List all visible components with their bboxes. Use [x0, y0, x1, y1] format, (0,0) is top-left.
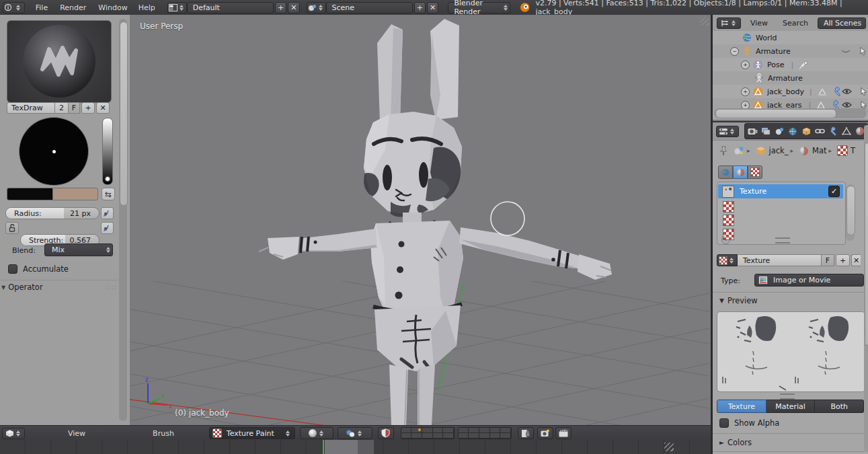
layers-group-1[interactable]: [401, 427, 455, 439]
layers-group-2[interactable]: [458, 427, 512, 439]
blend-mode-select[interactable]: Mix: [44, 243, 113, 256]
texture-list-scrollbar[interactable]: [846, 184, 855, 241]
outliner-filter-select[interactable]: All Scenes: [818, 17, 866, 29]
eye-icon[interactable]: [842, 102, 852, 108]
playhead-marker[interactable]: [323, 440, 324, 454]
add-scene-button[interactable]: +: [414, 2, 426, 13]
browse-texture-button[interactable]: [717, 254, 738, 266]
pin-icon[interactable]: [719, 146, 728, 156]
texture-context-material-button[interactable]: [733, 165, 748, 179]
viewport-shading-select[interactable]: [300, 427, 333, 439]
editor-type-3dview-button[interactable]: [2, 428, 25, 439]
properties-scrollbar-thumb[interactable]: [865, 143, 868, 346]
browse-context-icon[interactable]: [734, 146, 744, 155]
breadcrumb-texture-name[interactable]: T: [851, 146, 855, 155]
strength-pressure-toggle[interactable]: [101, 222, 114, 234]
modifier-wrench-icon[interactable]: [832, 87, 842, 96]
texture-name-field[interactable]: Texture: [738, 254, 822, 266]
empty-texture-slot[interactable]: [723, 215, 734, 226]
radius-pressure-toggle[interactable]: [101, 207, 114, 219]
scene-icon-button[interactable]: [307, 2, 326, 13]
scene-name-field[interactable]: Scene: [326, 2, 413, 13]
editor-type-info-button[interactable]: [3, 2, 25, 13]
add-texture-button[interactable]: +: [836, 254, 850, 266]
tab-scene[interactable]: [773, 125, 786, 137]
texture-context-world-button[interactable]: [718, 165, 733, 179]
outliner-row-armature[interactable]: − Armature: [713, 44, 868, 58]
color-wheel[interactable]: [19, 117, 89, 186]
empty-texture-slot[interactable]: [723, 201, 734, 213]
screen-layout-icon-button[interactable]: [167, 2, 187, 13]
properties-scrollbar[interactable]: [864, 125, 868, 452]
swap-colors-button[interactable]: ⇆: [102, 188, 115, 200]
snap-shield-button[interactable]: [378, 427, 394, 439]
accumulate-checkbox[interactable]: [8, 264, 17, 274]
breadcrumb-material-name[interactable]: Mat: [812, 146, 826, 155]
secondary-color-swatch[interactable]: [52, 188, 98, 200]
editor-type-outliner-button[interactable]: [717, 17, 741, 29]
collapse-icon[interactable]: −: [730, 47, 739, 56]
unlink-brush-button[interactable]: ✕: [96, 102, 110, 114]
viewport-3d[interactable]: z y x User Persp (0) jack_body: [130, 15, 711, 425]
outliner-menu-view[interactable]: View: [748, 19, 771, 28]
menu-window[interactable]: Window: [95, 3, 130, 12]
brush-users-count-button[interactable]: 2: [55, 102, 69, 114]
outliner-scrollbar-thumb[interactable]: [715, 109, 836, 118]
fake-user-toggle[interactable]: F: [69, 102, 80, 114]
viewport-menu-brush[interactable]: Brush: [150, 429, 177, 438]
unlink-texture-button[interactable]: ✕: [851, 254, 861, 266]
tool-shelf-scrollbar[interactable]: [119, 19, 127, 421]
delete-layout-button[interactable]: ✕: [288, 2, 299, 13]
cursor-arrow-icon[interactable]: [861, 87, 867, 96]
paint-mask-select[interactable]: [338, 427, 372, 439]
panel-drag-grip[interactable]: ::::: [106, 284, 117, 291]
outliner-row-world[interactable]: World: [713, 31, 868, 44]
menu-help[interactable]: Help: [136, 3, 158, 12]
texture-slot-active[interactable]: Texture ✓: [718, 184, 843, 198]
tab-constraints[interactable]: [813, 125, 826, 137]
preview-resize-handle[interactable]: [780, 393, 795, 400]
texture-type-select[interactable]: Image or Movie: [754, 274, 864, 287]
viewport-menu-view[interactable]: View: [65, 429, 88, 438]
primary-color-swatch[interactable]: [7, 188, 52, 200]
texture-fake-user-toggle[interactable]: F: [822, 254, 834, 266]
render-animation-button[interactable]: [555, 427, 571, 439]
preview-texture-button[interactable]: Texture: [717, 400, 766, 413]
tab-render[interactable]: [746, 125, 759, 137]
expand-icon[interactable]: +: [741, 61, 750, 69]
area-resize-grip[interactable]: [700, 17, 709, 26]
list-resize-handle[interactable]: [775, 237, 790, 243]
outliner-menu-search[interactable]: Search: [780, 19, 811, 28]
strength-unified-lock-toggle[interactable]: [5, 222, 19, 234]
preview-panel-header[interactable]: ▼ Preview: [719, 296, 758, 305]
texture-list-scrollbar-thumb[interactable]: [846, 186, 855, 235]
eye-icon[interactable]: [842, 88, 852, 95]
tab-world[interactable]: [786, 125, 799, 137]
add-brush-button[interactable]: +: [81, 102, 95, 114]
editor-type-properties-button[interactable]: [716, 126, 739, 137]
bone-icon[interactable]: [799, 61, 809, 69]
texture-enabled-checkbox[interactable]: ✓: [828, 186, 840, 197]
tab-object-data[interactable]: [840, 125, 853, 137]
value-slider[interactable]: [102, 118, 113, 185]
cursor-arrow-icon[interactable]: [860, 47, 867, 55]
outliner-row-armature-data[interactable]: Armature: [713, 71, 868, 85]
outliner-scrollbar[interactable]: [714, 108, 867, 118]
eye-closed-icon[interactable]: [841, 48, 851, 54]
radius-slider[interactable]: Radius: 21 px: [5, 207, 100, 219]
render-engine-select[interactable]: Blender Render: [448, 2, 510, 13]
outliner-row-pose[interactable]: + Pose |: [713, 58, 868, 71]
operator-panel-header[interactable]: ▼ Operator ::::: [1, 282, 117, 292]
preview-both-button[interactable]: Both: [815, 400, 864, 413]
tab-render-layers[interactable]: [759, 125, 773, 137]
breadcrumb-object-name[interactable]: jack_: [769, 146, 789, 155]
outliner-row-jack-body[interactable]: + jack_body |: [713, 85, 868, 98]
add-layout-button[interactable]: +: [275, 2, 286, 13]
show-alpha-checkbox[interactable]: [719, 418, 729, 428]
menu-file[interactable]: File: [33, 3, 50, 12]
brush-name-field[interactable]: TexDraw: [7, 102, 55, 114]
brush-preview[interactable]: [7, 20, 112, 103]
preview-material-button[interactable]: Material: [766, 400, 816, 413]
render-opengl-button[interactable]: [537, 427, 553, 439]
delete-scene-button[interactable]: ✕: [427, 2, 438, 13]
